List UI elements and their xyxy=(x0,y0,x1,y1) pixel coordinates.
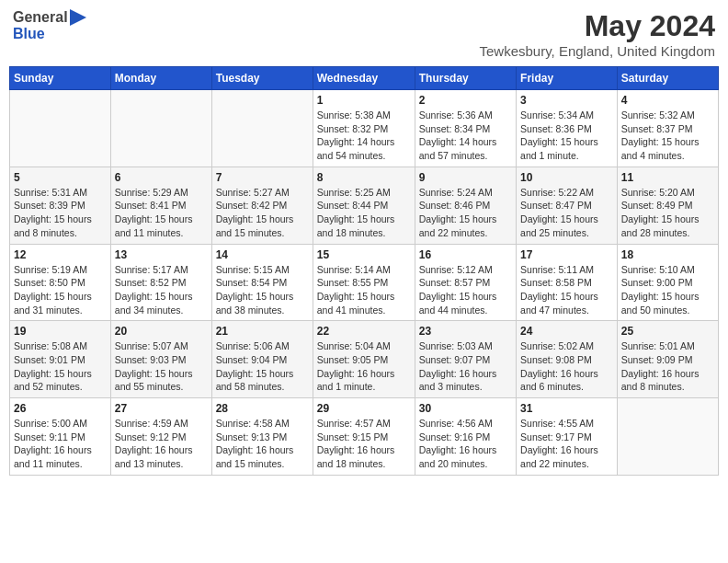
day-info: Sunrise: 5:22 AM Sunset: 8:47 PM Dayligh… xyxy=(520,186,613,240)
calendar-cell: 24Sunrise: 5:02 AM Sunset: 9:08 PM Dayli… xyxy=(517,321,618,398)
day-number: 21 xyxy=(216,325,309,338)
calendar-header-row: SundayMondayTuesdayWednesdayThursdayFrid… xyxy=(10,67,719,90)
day-number: 15 xyxy=(317,248,411,261)
calendar-cell: 17Sunrise: 5:11 AM Sunset: 8:58 PM Dayli… xyxy=(517,244,618,321)
day-number: 18 xyxy=(621,248,714,261)
day-header-thursday: Thursday xyxy=(415,67,516,90)
day-number: 2 xyxy=(419,94,512,107)
day-number: 11 xyxy=(621,171,714,184)
day-number: 17 xyxy=(520,248,613,261)
day-info: Sunrise: 5:34 AM Sunset: 8:36 PM Dayligh… xyxy=(520,109,613,163)
day-info: Sunrise: 4:57 AM Sunset: 9:15 PM Dayligh… xyxy=(317,417,411,471)
day-number: 22 xyxy=(317,325,411,338)
calendar-cell: 16Sunrise: 5:12 AM Sunset: 8:57 PM Dayli… xyxy=(415,244,516,321)
day-number: 19 xyxy=(14,325,107,338)
day-number: 6 xyxy=(115,171,208,184)
calendar-cell: 4Sunrise: 5:32 AM Sunset: 8:37 PM Daylig… xyxy=(617,90,718,167)
calendar-week-row: 1Sunrise: 5:38 AM Sunset: 8:32 PM Daylig… xyxy=(10,90,719,167)
day-number: 5 xyxy=(14,171,107,184)
day-number: 16 xyxy=(419,248,512,261)
day-info: Sunrise: 5:04 AM Sunset: 9:05 PM Dayligh… xyxy=(317,339,411,394)
day-info: Sunrise: 5:01 AM Sunset: 9:09 PM Dayligh… xyxy=(621,339,714,394)
calendar-week-row: 12Sunrise: 5:19 AM Sunset: 8:50 PM Dayli… xyxy=(10,244,719,321)
day-header-monday: Monday xyxy=(110,67,211,90)
day-info: Sunrise: 5:12 AM Sunset: 8:57 PM Dayligh… xyxy=(419,263,512,317)
calendar-week-row: 5Sunrise: 5:31 AM Sunset: 8:39 PM Daylig… xyxy=(10,167,719,244)
calendar-cell: 9Sunrise: 5:24 AM Sunset: 8:46 PM Daylig… xyxy=(415,167,516,244)
day-info: Sunrise: 5:07 AM Sunset: 9:03 PM Dayligh… xyxy=(115,339,208,394)
day-number: 24 xyxy=(520,325,613,338)
day-number: 14 xyxy=(216,248,309,261)
day-info: Sunrise: 5:19 AM Sunset: 8:50 PM Dayligh… xyxy=(14,263,107,317)
calendar-cell: 20Sunrise: 5:07 AM Sunset: 9:03 PM Dayli… xyxy=(110,321,211,398)
calendar-cell: 21Sunrise: 5:06 AM Sunset: 9:04 PM Dayli… xyxy=(211,321,313,398)
day-info: Sunrise: 5:29 AM Sunset: 8:41 PM Dayligh… xyxy=(115,186,208,240)
calendar-cell: 3Sunrise: 5:34 AM Sunset: 8:36 PM Daylig… xyxy=(517,90,618,167)
calendar-cell: 1Sunrise: 5:38 AM Sunset: 8:32 PM Daylig… xyxy=(313,90,415,167)
calendar-cell: 12Sunrise: 5:19 AM Sunset: 8:50 PM Dayli… xyxy=(10,244,111,321)
calendar-cell: 18Sunrise: 5:10 AM Sunset: 9:00 PM Dayli… xyxy=(617,244,718,321)
day-info: Sunrise: 5:31 AM Sunset: 8:39 PM Dayligh… xyxy=(14,186,107,240)
calendar-cell: 6Sunrise: 5:29 AM Sunset: 8:41 PM Daylig… xyxy=(110,167,211,244)
day-header-saturday: Saturday xyxy=(617,67,718,90)
calendar-cell xyxy=(617,398,718,476)
day-info: Sunrise: 4:59 AM Sunset: 9:12 PM Dayligh… xyxy=(115,417,208,471)
calendar-cell: 14Sunrise: 5:15 AM Sunset: 8:54 PM Dayli… xyxy=(211,244,313,321)
calendar-table: SundayMondayTuesdayWednesdayThursdayFrid… xyxy=(9,66,719,476)
svg-marker-0 xyxy=(70,9,86,26)
day-number: 27 xyxy=(115,402,208,415)
day-number: 1 xyxy=(317,94,411,107)
page-header: General Blue May 2024 Tewkesbury, Englan… xyxy=(9,9,719,59)
calendar-cell: 13Sunrise: 5:17 AM Sunset: 8:52 PM Dayli… xyxy=(110,244,211,321)
day-number: 7 xyxy=(216,171,309,184)
day-number: 13 xyxy=(115,248,208,261)
day-header-wednesday: Wednesday xyxy=(313,67,415,90)
day-number: 12 xyxy=(14,248,107,261)
logo-general-text: General xyxy=(13,9,68,26)
day-info: Sunrise: 5:11 AM Sunset: 8:58 PM Dayligh… xyxy=(520,263,613,317)
day-info: Sunrise: 5:20 AM Sunset: 8:49 PM Dayligh… xyxy=(621,186,714,240)
day-number: 23 xyxy=(419,325,512,338)
title-area: May 2024 Tewkesbury, England, United Kin… xyxy=(479,9,715,59)
day-number: 10 xyxy=(520,171,613,184)
calendar-week-row: 19Sunrise: 5:08 AM Sunset: 9:01 PM Dayli… xyxy=(10,321,719,398)
day-number: 3 xyxy=(520,94,613,107)
day-number: 28 xyxy=(216,402,309,415)
day-header-sunday: Sunday xyxy=(10,67,111,90)
day-number: 30 xyxy=(419,402,512,415)
calendar-cell xyxy=(110,90,211,167)
calendar-cell: 22Sunrise: 5:04 AM Sunset: 9:05 PM Dayli… xyxy=(313,321,415,398)
calendar-cell: 29Sunrise: 4:57 AM Sunset: 9:15 PM Dayli… xyxy=(313,398,415,476)
logo: General Blue xyxy=(13,9,86,42)
day-header-friday: Friday xyxy=(517,67,618,90)
calendar-cell: 27Sunrise: 4:59 AM Sunset: 9:12 PM Dayli… xyxy=(110,398,211,476)
day-number: 8 xyxy=(317,171,411,184)
day-info: Sunrise: 5:24 AM Sunset: 8:46 PM Dayligh… xyxy=(419,186,512,240)
calendar-cell: 28Sunrise: 4:58 AM Sunset: 9:13 PM Dayli… xyxy=(211,398,313,476)
calendar-cell: 8Sunrise: 5:25 AM Sunset: 8:44 PM Daylig… xyxy=(313,167,415,244)
calendar-cell: 15Sunrise: 5:14 AM Sunset: 8:55 PM Dayli… xyxy=(313,244,415,321)
day-header-tuesday: Tuesday xyxy=(211,67,313,90)
calendar-cell: 23Sunrise: 5:03 AM Sunset: 9:07 PM Dayli… xyxy=(415,321,516,398)
calendar-cell: 25Sunrise: 5:01 AM Sunset: 9:09 PM Dayli… xyxy=(617,321,718,398)
calendar-cell: 2Sunrise: 5:36 AM Sunset: 8:34 PM Daylig… xyxy=(415,90,516,167)
calendar-cell: 19Sunrise: 5:08 AM Sunset: 9:01 PM Dayli… xyxy=(10,321,111,398)
calendar-cell xyxy=(211,90,313,167)
day-number: 4 xyxy=(621,94,714,107)
calendar-cell: 7Sunrise: 5:27 AM Sunset: 8:42 PM Daylig… xyxy=(211,167,313,244)
day-number: 26 xyxy=(14,402,107,415)
day-info: Sunrise: 5:10 AM Sunset: 9:00 PM Dayligh… xyxy=(621,263,714,317)
day-number: 9 xyxy=(419,171,512,184)
day-number: 31 xyxy=(520,402,613,415)
calendar-cell: 10Sunrise: 5:22 AM Sunset: 8:47 PM Dayli… xyxy=(517,167,618,244)
day-info: Sunrise: 4:55 AM Sunset: 9:17 PM Dayligh… xyxy=(520,417,613,471)
day-info: Sunrise: 5:06 AM Sunset: 9:04 PM Dayligh… xyxy=(216,339,309,394)
location-subtitle: Tewkesbury, England, United Kingdom xyxy=(479,43,715,59)
calendar-cell: 31Sunrise: 4:55 AM Sunset: 9:17 PM Dayli… xyxy=(517,398,618,476)
month-year-title: May 2024 xyxy=(479,9,715,43)
day-info: Sunrise: 4:58 AM Sunset: 9:13 PM Dayligh… xyxy=(216,417,309,471)
logo-triangle-icon xyxy=(70,9,86,26)
day-info: Sunrise: 5:08 AM Sunset: 9:01 PM Dayligh… xyxy=(14,339,107,394)
day-number: 29 xyxy=(317,402,411,415)
calendar-week-row: 26Sunrise: 5:00 AM Sunset: 9:11 PM Dayli… xyxy=(10,398,719,476)
